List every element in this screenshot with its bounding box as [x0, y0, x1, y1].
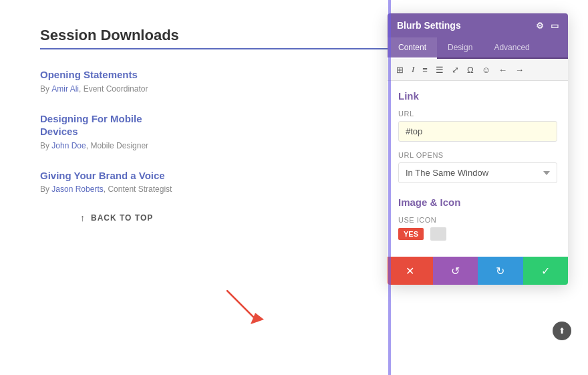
- settings-icon[interactable]: ⚙: [536, 21, 544, 31]
- floating-scroll-button[interactable]: ⬆: [553, 322, 571, 340]
- session-author: By John Doe, Mobile Designer: [40, 141, 174, 150]
- undo-button[interactable]: ↺: [433, 257, 478, 285]
- link-section-title: Link: [398, 90, 557, 102]
- author-link[interactable]: Jason Roberts: [51, 184, 103, 194]
- session-info: Designing For Mobile Devices By John Doe…: [40, 112, 174, 150]
- panel-header: Blurb Settings ⚙ ▭: [388, 13, 568, 37]
- url-input[interactable]: [398, 121, 557, 142]
- url-opens-select[interactable]: In The Same Window In A New Tab: [398, 162, 557, 183]
- blurb-settings-panel: Blurb Settings ⚙ ▭ Content Design Advanc…: [388, 13, 568, 285]
- use-icon-row: YES: [398, 227, 557, 241]
- toolbar-italic-icon[interactable]: I: [410, 63, 416, 76]
- toolbar-table-icon[interactable]: ⊞: [394, 64, 406, 76]
- url-label: Url: [398, 110, 557, 118]
- toolbar-align-left-icon[interactable]: ≡: [420, 64, 430, 76]
- up-arrow-icon: ↑: [80, 213, 86, 223]
- scroll-icon: ⬆: [559, 326, 565, 336]
- session-author: By Amir Ali, Event Coordinator: [40, 84, 148, 94]
- image-icon-section-title: Image & Icon: [398, 197, 557, 208]
- toolbar-emoji-icon[interactable]: ☺: [480, 64, 492, 76]
- panel-tabs: Content Design Advanced: [388, 37, 568, 59]
- session-title: Designing For Mobile Devices: [40, 112, 174, 138]
- red-arrow-indicator: [220, 287, 274, 328]
- panel-title: Blurb Settings: [397, 20, 461, 31]
- author-link[interactable]: John Doe: [51, 141, 86, 150]
- tab-content[interactable]: Content: [388, 37, 437, 59]
- session-info: Giving Your Brand a Voice By Jason Rober…: [40, 169, 172, 195]
- toolbar-undo-icon[interactable]: ←: [496, 64, 509, 76]
- toolbar-fullscreen-icon[interactable]: ⤢: [450, 64, 461, 76]
- cancel-button[interactable]: ✕: [388, 257, 433, 285]
- tab-advanced[interactable]: Advanced: [483, 37, 540, 59]
- collapse-icon[interactable]: ▭: [551, 21, 559, 31]
- panel-actions: ✕ ↺ ↻ ✓: [388, 257, 568, 285]
- back-to-top-label: BACK TO TOP: [91, 213, 153, 223]
- toggle-yes-button[interactable]: YES: [398, 228, 424, 240]
- panel-header-icons: ⚙ ▭: [536, 21, 559, 31]
- url-opens-label: Url Opens: [398, 151, 557, 159]
- toolbar-omega-icon[interactable]: Ω: [465, 64, 476, 76]
- author-role: Content Strategist: [108, 184, 172, 194]
- toolbar-align-center-icon[interactable]: ☰: [434, 64, 446, 76]
- panel-border-accent: [388, 0, 391, 375]
- panel-body: Link Url Url Opens In The Same Window In…: [388, 81, 568, 257]
- session-info: Opening Statements By Amir Ali, Event Co…: [40, 68, 148, 94]
- author-role: Mobile Designer: [90, 141, 148, 150]
- svg-line-0: [227, 291, 257, 321]
- url-opens-row: In The Same Window In A New Tab: [398, 162, 557, 197]
- redo-button[interactable]: ↻: [478, 257, 523, 285]
- author-role: Event Coordinator: [84, 84, 148, 94]
- tab-design[interactable]: Design: [437, 37, 483, 59]
- toggle-no-button[interactable]: [430, 227, 446, 241]
- save-button[interactable]: ✓: [523, 257, 569, 285]
- author-link[interactable]: Amir Ali: [51, 84, 79, 94]
- session-title: Giving Your Brand a Voice: [40, 169, 172, 182]
- use-icon-label: Use Icon: [398, 216, 557, 224]
- editor-toolbar: ⊞ I ≡ ☰ ⤢ Ω ☺ ← →: [388, 59, 568, 81]
- toolbar-redo-icon[interactable]: →: [513, 64, 526, 76]
- session-author: By Jason Roberts, Content Strategist: [40, 184, 172, 194]
- svg-marker-1: [251, 313, 264, 324]
- session-title: Opening Statements: [40, 68, 148, 82]
